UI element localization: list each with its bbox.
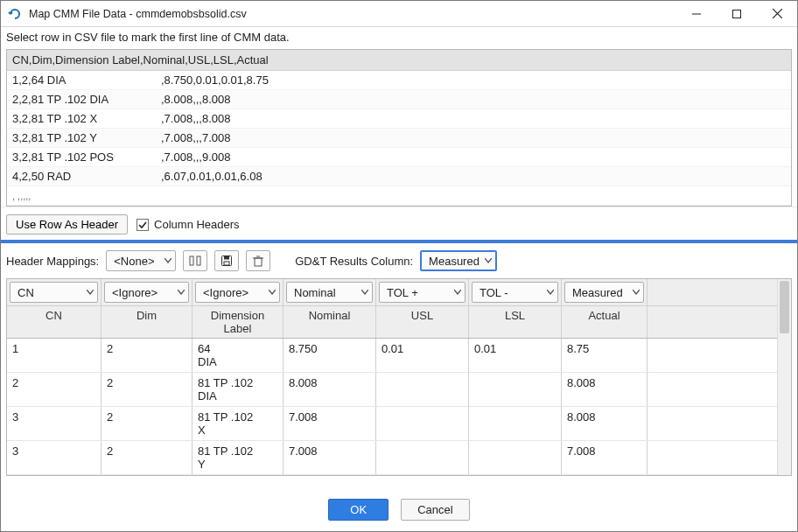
grid-body: 1 2 64 DIA 8.750 0.01 0.01 8.75 2 2 81 T… (7, 339, 777, 475)
instruction-text: Select row in CSV file to mark the first… (1, 27, 797, 49)
table-row[interactable]: 3 2 81 TP .102 X 7.008 8.008 (7, 407, 777, 441)
col-map-dropdown-6[interactable]: Measured (564, 282, 644, 303)
col-map-dropdown-4[interactable]: TOL + (379, 282, 466, 303)
column-header-row: CN Dim Dimension Label Nominal USL LSL A… (7, 306, 777, 339)
chevron-down-icon (633, 290, 640, 295)
close-icon (773, 9, 782, 18)
vertical-scrollbar[interactable] (777, 279, 791, 475)
column-headers-checkbox[interactable]: Column Headers (136, 218, 240, 231)
table-row[interactable]: 1 2 64 DIA 8.750 0.01 0.01 8.75 (7, 339, 777, 373)
maximize-button[interactable] (717, 1, 757, 27)
new-mapping-button[interactable] (183, 250, 207, 271)
app-icon (8, 7, 22, 21)
header-mappings-label: Header Mappings: (6, 255, 99, 268)
titlebar: Map CMM File Data - cmmdemobsbsolid.csv (1, 1, 797, 27)
svg-rect-9 (255, 258, 262, 266)
gdt-results-dropdown[interactable]: Measured (420, 250, 497, 271)
table-row[interactable]: 3 2 81 TP .102 Y 7.008 7.008 (7, 441, 777, 475)
checkbox-box (136, 219, 149, 231)
chevron-down-icon (178, 290, 185, 295)
header-controls: Use Row As Header Column Headers (1, 206, 797, 240)
chevron-down-icon (87, 290, 94, 295)
scroll-thumb[interactable] (780, 281, 789, 333)
svg-rect-7 (224, 256, 229, 260)
save-mapping-button[interactable] (214, 250, 239, 271)
cell-multiline: 64 DIA (192, 339, 284, 372)
svg-rect-8 (224, 262, 229, 265)
col-header: LSL (469, 306, 562, 338)
window-title: Map CMM File Data - cmmdemobsbsolid.csv (29, 8, 247, 20)
chevron-down-icon (547, 290, 554, 295)
col-map-dropdown-5[interactable]: TOL - (472, 282, 558, 303)
col-header: Actual (562, 306, 648, 338)
csv-row[interactable]: 4,2,50 RAD,6.07,0.01,0.01,6.08 (7, 167, 791, 186)
csv-row[interactable]: 3,2,81 TP .102 X,7.008,,,8.008 (7, 109, 791, 129)
header-mappings-dropdown[interactable]: <None> (106, 250, 176, 271)
svg-rect-1 (733, 10, 741, 18)
chevron-down-icon (269, 290, 276, 295)
table-row[interactable]: 2 2 81 TP .102 DIA 8.008 8.008 (7, 373, 777, 407)
mapping-toolbar: Header Mappings: <None> GD&T Results Col… (1, 247, 797, 278)
chevron-down-icon (361, 290, 368, 295)
col-map-dropdown-2[interactable]: <Ignore> (195, 282, 280, 303)
chevron-down-icon (485, 258, 492, 263)
check-icon (138, 220, 147, 229)
minimize-button[interactable] (676, 1, 717, 27)
mapping-grid: CN <Ignore> <Ignore> Nominal TOL + TOL -… (6, 278, 792, 476)
trash-icon (252, 255, 264, 267)
csv-row[interactable]: 1,2,64 DIA,8.750,0.01,0.01,8.75 (7, 71, 791, 90)
window: Map CMM File Data - cmmdemobsbsolid.csv … (0, 0, 798, 532)
dialog-footer: OK Cancel (1, 490, 797, 531)
save-icon (220, 255, 233, 267)
csv-row[interactable]: 3,2,81 TP .102 Y,7.008,,,7.008 (7, 129, 791, 148)
col-map-dropdown-1[interactable]: <Ignore> (104, 282, 189, 303)
col-header: USL (376, 306, 469, 338)
column-headers-label: Column Headers (154, 218, 240, 231)
col-map-dropdown-3[interactable]: Nominal (286, 282, 373, 303)
col-header: Dimension Label (192, 306, 284, 338)
csv-body: 1,2,64 DIA,8.750,0.01,0.01,8.75 2,2,81 T… (7, 71, 791, 206)
csv-row[interactable]: 3,2,81 TP .102 POS,7.008,,,9.008 (7, 148, 791, 167)
minimize-icon (692, 10, 701, 18)
col-header: Nominal (284, 306, 376, 338)
cancel-button[interactable]: Cancel (401, 499, 469, 521)
svg-rect-5 (197, 256, 200, 265)
svg-rect-4 (190, 256, 193, 265)
column-mapping-row: CN <Ignore> <Ignore> Nominal TOL + TOL -… (7, 279, 777, 306)
chevron-down-icon (454, 290, 461, 295)
col-header: CN (7, 306, 102, 338)
col-header: Dim (102, 306, 192, 338)
csv-row-truncated[interactable]: , ,,,,, (7, 186, 791, 206)
csv-header-row[interactable]: CN,Dim,Dimension Label,Nominal,USL,LSL,A… (7, 50, 791, 71)
chevron-down-icon (164, 258, 172, 263)
separator (1, 240, 797, 243)
gdt-label: GD&T Results Column: (295, 255, 413, 268)
csv-row[interactable]: 2,2,81 TP .102 DIA,8.008,,,8.008 (7, 90, 791, 109)
col-map-dropdown-0[interactable]: CN (10, 282, 98, 303)
ok-button[interactable]: OK (328, 499, 388, 521)
delete-mapping-button[interactable] (246, 250, 270, 271)
maximize-icon (732, 10, 741, 18)
close-button[interactable] (757, 1, 797, 27)
use-row-as-header-button[interactable]: Use Row As Header (6, 214, 128, 234)
columns-icon (189, 255, 201, 267)
csv-preview: CN,Dim,Dimension Label,Nominal,USL,LSL,A… (6, 49, 792, 206)
